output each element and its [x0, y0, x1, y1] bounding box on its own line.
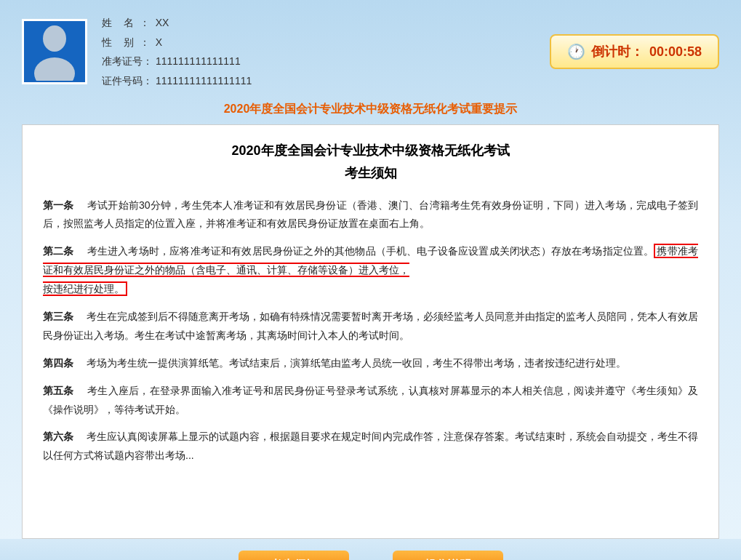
- admission-label: 准考证号：: [102, 55, 153, 67]
- article-5-id: 第五条: [43, 385, 74, 396]
- avatar-image: [29, 23, 80, 81]
- article-4: 第四条 考场为考生统一提供演算纸笔。考试结束后，演算纸笔由监考人员统一收回，考生…: [43, 354, 698, 373]
- article-2: 第二条 考生进入考场时，应将准考证和有效居民身份证之外的其他物品（手机、电子设备…: [43, 242, 698, 299]
- article-6-content: 考生应认真阅读屏幕上显示的试题内容，根据题目要求在规定时间内完成作答，注意保存答…: [43, 431, 698, 461]
- article-3-id: 第三条: [43, 311, 73, 322]
- article-6: 第六条 考生应认真阅读屏幕上显示的试题内容，根据题目要求在规定时间内完成作答，注…: [43, 428, 698, 465]
- btn-candidate-notes[interactable]: 考生须知: [239, 551, 349, 560]
- user-info: 姓 名 ： XX 性 别 ： X 准考证号： 111111111111111 证…: [102, 13, 535, 90]
- name-label2: 名: [124, 17, 134, 28]
- article-4-content: 考场为考生统一提供演算纸笔。考试结束后，演算纸笔由监考人员统一收回，考生不得带出…: [76, 357, 626, 369]
- id-row: 证件号码： 11111111111111111: [102, 71, 535, 91]
- doc-title: 2020年度全国会计专业技术中级资格无纸化考试 考生须知: [43, 140, 698, 184]
- article-1: 第一条 考试开始前30分钟，考生凭本人准考证和有效居民身份证（香港、澳门、台湾籍…: [43, 196, 698, 234]
- article-1-content: 考试开始前30分钟，考生凭本人准考证和有效居民身份证（香港、澳门、台湾籍考生凭有…: [43, 199, 698, 230]
- btn-operation-guide[interactable]: 操作说明: [393, 551, 503, 560]
- doc-title-line1: 2020年度全国会计专业技术中级资格无纸化考试: [43, 140, 698, 162]
- article-3: 第三条 考生在完成签到后不得随意离开考场，如确有特殊情况需要暂时离开考场，必须经…: [43, 308, 698, 345]
- scroll-content[interactable]: 2020年度全国会计专业技术中级资格无纸化考试 考生须知 第一条 考试开始前30…: [23, 125, 718, 538]
- article-2-before: 考生进入考场时，应将准考证和有效居民身份证之外的其他物品（手机、电子设备应设置成…: [77, 245, 654, 257]
- article-5: 第五条 考生入座后，在登录界面输入准考证号和居民身份证号登录考试系统，认真核对屏…: [43, 382, 698, 420]
- gender-value: X: [156, 36, 162, 48]
- bottom-bar: 考生须知 操作说明: [0, 539, 741, 560]
- admission-row: 准考证号： 111111111111111: [102, 52, 535, 71]
- article-4-id: 第四条: [43, 357, 73, 369]
- svg-point-0: [43, 25, 66, 52]
- id-label: 证件号码：: [102, 75, 153, 87]
- article-1-id: 第一条: [43, 199, 74, 211]
- svg-point-1: [34, 57, 75, 81]
- doc-title-line2: 考生须知: [43, 162, 698, 185]
- timer-box: 🕐 倒计时： 00:00:58: [550, 34, 719, 69]
- admission-value: 111111111111111: [156, 55, 241, 67]
- article-3-content: 考生在完成签到后不得随意离开考场，如确有特殊情况需要暂时离开考场，必须经监考人员…: [43, 311, 698, 341]
- article-5-content: 考生入座后，在登录界面输入准考证号和居民身份证号登录考试系统，认真核对屏幕显示的…: [43, 385, 698, 415]
- timer-value: 00:00:58: [649, 44, 702, 60]
- name-value: XX: [156, 17, 169, 28]
- header: 姓 名 ： XX 性 别 ： X 准考证号： 111111111111111 证…: [0, 0, 741, 97]
- article-2-id: 第二条: [43, 245, 74, 257]
- gender-row: 性 别 ： X: [102, 33, 535, 52]
- name-row: 姓 名 ： XX: [102, 13, 535, 33]
- clock-icon: 🕐: [567, 43, 585, 60]
- gender-label: 性: [102, 33, 113, 52]
- avatar: [22, 19, 87, 84]
- name-label: 姓: [102, 13, 113, 33]
- gender-label2: 别: [124, 36, 134, 48]
- main-title: 2020年度全国会计专业技术中级资格无纸化考试重要提示: [0, 97, 741, 124]
- timer-label: 倒计时：: [591, 43, 644, 60]
- article-6-id: 第六条: [43, 431, 73, 442]
- content-area: 2020年度全国会计专业技术中级资格无纸化考试 考生须知 第一条 考试开始前30…: [22, 124, 719, 539]
- id-value: 11111111111111111: [156, 75, 252, 87]
